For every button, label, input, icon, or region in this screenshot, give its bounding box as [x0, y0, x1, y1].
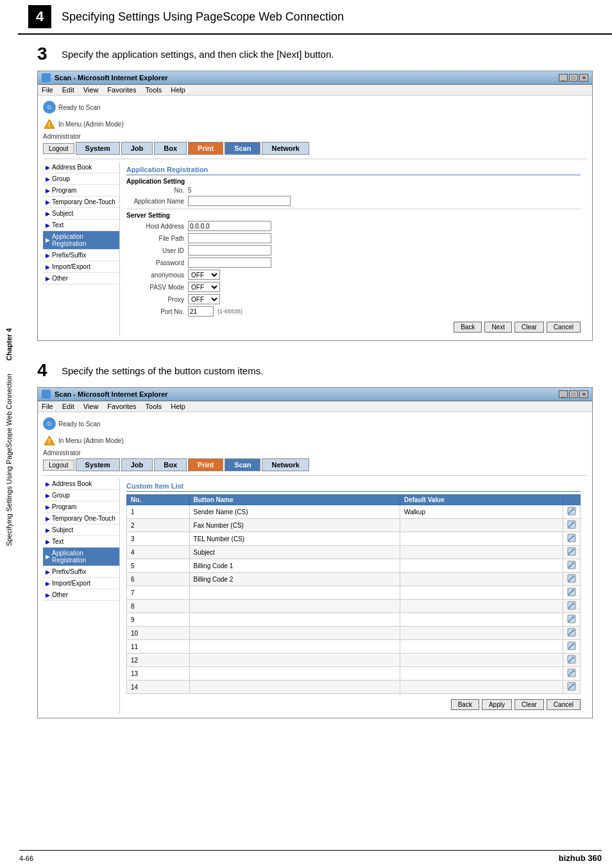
menu-file-1[interactable]: File	[42, 86, 53, 94]
cell-edit-icon[interactable]	[563, 519, 581, 532]
edit-icon[interactable]	[567, 534, 576, 542]
clear-btn-2[interactable]: Clear	[514, 699, 544, 710]
sidebar2-address-book[interactable]: ▶ Address Book	[43, 478, 119, 490]
edit-icon[interactable]	[567, 641, 576, 650]
portno-input[interactable]	[188, 306, 214, 317]
edit-icon[interactable]	[567, 655, 576, 664]
sidebar-text-1[interactable]: ▶ Text	[43, 220, 119, 231]
cell-edit-icon[interactable]	[563, 505, 581, 519]
edit-icon[interactable]	[567, 601, 576, 610]
filepath-input[interactable]	[188, 233, 271, 243]
menu-file-2[interactable]: File	[42, 403, 53, 410]
menu-tools-1[interactable]: Tools	[146, 86, 162, 94]
sidebar-appreg-1[interactable]: ▶ Application Registration	[43, 231, 119, 250]
logout-btn-1[interactable]: Logout	[43, 143, 74, 154]
sidebar-prefix-1[interactable]: ▶ Prefix/Suffix	[43, 250, 119, 261]
sidebar-temp-1[interactable]: ▶ Temporary One-Touch	[43, 196, 119, 208]
sidebar-import-1[interactable]: ▶ Import/Export	[43, 261, 119, 273]
browser-controls-1[interactable]: _ □ ✕	[559, 74, 588, 82]
edit-icon[interactable]	[567, 574, 576, 583]
sidebar-program-1[interactable]: ▶ Program	[43, 185, 119, 196]
cell-edit-icon[interactable]	[563, 640, 581, 654]
pasv-select[interactable]: OFFON	[188, 282, 220, 292]
sidebar2-group[interactable]: ▶ Group	[43, 490, 119, 501]
tab-system-2[interactable]: System	[76, 458, 120, 471]
sidebar-address-book-1[interactable]: ▶ Address Book	[43, 162, 119, 173]
sidebar2-other[interactable]: ▶ Other	[43, 589, 119, 601]
maximize-btn-1[interactable]: □	[569, 74, 578, 82]
sidebar-subject-1[interactable]: ▶ Subject	[43, 208, 119, 220]
menu-favorites-1[interactable]: Favorites	[107, 86, 136, 94]
tab-job-1[interactable]: Job	[121, 142, 153, 155]
cell-edit-icon[interactable]	[563, 573, 581, 586]
cell-edit-icon[interactable]	[563, 559, 581, 573]
tab-network-2[interactable]: Network	[262, 458, 309, 471]
back-btn-1[interactable]: Back	[454, 322, 482, 333]
tab-box-1[interactable]: Box	[154, 142, 187, 155]
edit-icon[interactable]	[567, 547, 576, 556]
appname-input[interactable]	[188, 196, 291, 206]
close-btn-2[interactable]: ✕	[579, 390, 588, 398]
menu-tools-2[interactable]: Tools	[146, 403, 162, 410]
menu-help-1[interactable]: Help	[171, 86, 185, 94]
cancel-btn-1[interactable]: Cancel	[547, 322, 581, 333]
clear-btn-1[interactable]: Clear	[514, 322, 544, 333]
logout-btn-2[interactable]: Logout	[43, 460, 74, 471]
edit-icon[interactable]	[567, 668, 576, 677]
cancel-btn-2[interactable]: Cancel	[547, 699, 581, 710]
anon-select[interactable]: OFFON	[188, 270, 220, 280]
sidebar2-temp[interactable]: ▶ Temporary One-Touch	[43, 513, 119, 525]
sidebar-group-1[interactable]: ▶ Group	[43, 173, 119, 185]
sidebar2-prefix[interactable]: ▶ Prefix/Suffix	[43, 566, 119, 578]
tab-scan-1[interactable]: Scan	[225, 142, 260, 155]
menu-view-1[interactable]: View	[83, 86, 99, 94]
edit-icon[interactable]	[567, 587, 576, 596]
host-input[interactable]	[188, 221, 271, 231]
close-btn-1[interactable]: ✕	[579, 74, 588, 82]
cell-edit-icon[interactable]	[563, 532, 581, 546]
menu-edit-1[interactable]: Edit	[62, 86, 74, 94]
tab-box-2[interactable]: Box	[154, 458, 187, 471]
cell-edit-icon[interactable]	[563, 586, 581, 600]
sidebar2-subject[interactable]: ▶ Subject	[43, 525, 119, 536]
proxy-select[interactable]: OFFON	[188, 294, 220, 304]
tab-print-2[interactable]: Print	[188, 458, 223, 471]
tab-job-2[interactable]: Job	[121, 458, 153, 471]
menu-edit-2[interactable]: Edit	[62, 403, 74, 410]
sidebar2-text[interactable]: ▶ Text	[43, 536, 119, 548]
browser-controls-2[interactable]: _ □ ✕	[559, 390, 588, 398]
maximize-btn-2[interactable]: □	[569, 390, 578, 398]
sidebar2-program[interactable]: ▶ Program	[43, 501, 119, 513]
cell-edit-icon[interactable]	[563, 613, 581, 627]
sidebar-other-1[interactable]: ▶ Other	[43, 273, 119, 284]
tab-network-1[interactable]: Network	[262, 142, 309, 155]
menu-view-2[interactable]: View	[83, 403, 99, 410]
cell-edit-icon[interactable]	[563, 600, 581, 613]
back-btn-2[interactable]: Back	[451, 699, 479, 710]
next-btn-1[interactable]: Next	[484, 322, 512, 333]
sidebar2-appreg[interactable]: ▶ Application Registration	[43, 548, 119, 566]
tab-system-1[interactable]: System	[76, 142, 120, 155]
sidebar2-import[interactable]: ▶ Import/Export	[43, 578, 119, 589]
edit-icon[interactable]	[567, 560, 576, 569]
tab-scan-2[interactable]: Scan	[225, 458, 260, 471]
edit-icon[interactable]	[567, 520, 576, 529]
cell-edit-icon[interactable]	[563, 681, 581, 694]
minimize-btn-1[interactable]: _	[559, 74, 568, 82]
edit-icon[interactable]	[567, 682, 576, 691]
edit-icon[interactable]	[567, 507, 576, 516]
cell-edit-icon[interactable]	[563, 627, 581, 640]
menu-help-2[interactable]: Help	[171, 403, 185, 410]
cell-edit-icon[interactable]	[563, 654, 581, 667]
edit-icon[interactable]	[567, 628, 576, 637]
minimize-btn-2[interactable]: _	[559, 390, 568, 398]
menu-favorites-2[interactable]: Favorites	[107, 403, 136, 410]
cell-edit-icon[interactable]	[563, 667, 581, 681]
password-input[interactable]	[188, 257, 271, 268]
sidebar2-label-7: Application Registration	[52, 550, 117, 564]
apply-btn-2[interactable]: Apply	[482, 699, 512, 710]
tab-print-1[interactable]: Print	[188, 142, 223, 155]
userid-input[interactable]	[188, 245, 271, 256]
edit-icon[interactable]	[567, 614, 576, 623]
cell-edit-icon[interactable]	[563, 546, 581, 559]
